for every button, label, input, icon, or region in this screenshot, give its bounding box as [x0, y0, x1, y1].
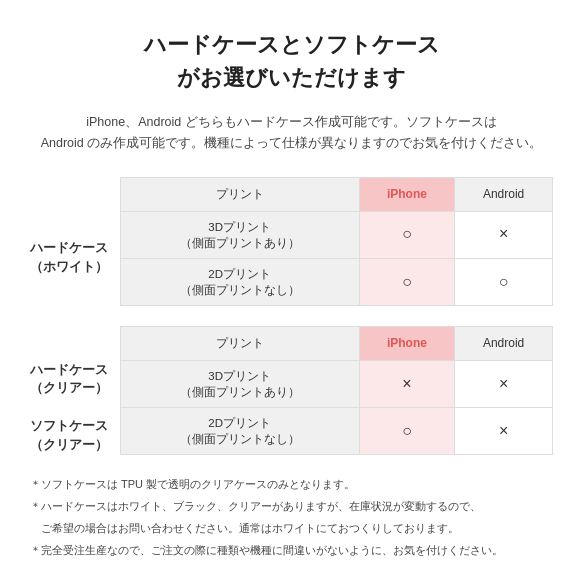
print-label-3d-1: 3Dプリント（側面プリントあり）	[120, 211, 359, 258]
row-label-hard-white: ハードケース（ホワイト）	[30, 211, 120, 305]
android-val-3d-1: ×	[455, 211, 553, 258]
col-header-android-2: Android	[455, 326, 553, 360]
col-header-iphone-1: iPhone	[359, 177, 454, 211]
note-3: ＊完全受注生産なので、ご注文の際に種類や機種に間違いがないように、お気を付けくだ…	[30, 541, 553, 561]
table-section-2: プリント iPhone Android ハードケース（クリアー）ソフトケース（ク…	[30, 326, 553, 455]
print-label-3d-2: 3Dプリント（側面プリントあり）	[120, 360, 359, 407]
note-1: ＊ソフトケースは TPU 製で透明のクリアケースのみとなります。	[30, 475, 553, 495]
android-val-2d-1: ○	[455, 258, 553, 305]
col-header-iphone-2: iPhone	[359, 326, 454, 360]
col-header-android-1: Android	[455, 177, 553, 211]
table-section-1: プリント iPhone Android ハードケース（ホワイト） 3Dプリント（…	[30, 177, 553, 306]
print-label-2d-1: 2Dプリント（側面プリントなし）	[120, 258, 359, 305]
description-text: iPhone、Android どちらもハードケース作成可能です。ソフトケースは …	[30, 112, 553, 155]
table-row: ハードケース（クリアー）ソフトケース（クリアー） 3Dプリント（側面プリントあり…	[30, 360, 553, 407]
iphone-val-2d-2: ○	[359, 408, 454, 455]
col-header-print-2: プリント	[120, 326, 359, 360]
iphone-val-3d-1: ○	[359, 211, 454, 258]
note-2b: ご希望の場合はお問い合わせください。通常はホワイトにておつくりしております。	[30, 519, 553, 539]
row-label-clear: ハードケース（クリアー）ソフトケース（クリアー）	[30, 360, 120, 454]
table-row: ハードケース（ホワイト） 3Dプリント（側面プリントあり） ○ ×	[30, 211, 553, 258]
table-clear: プリント iPhone Android ハードケース（クリアー）ソフトケース（ク…	[30, 326, 553, 455]
android-val-2d-2: ×	[455, 408, 553, 455]
table-hard-white: プリント iPhone Android ハードケース（ホワイト） 3Dプリント（…	[30, 177, 553, 306]
android-val-3d-2: ×	[455, 360, 553, 407]
iphone-val-3d-2: ×	[359, 360, 454, 407]
col-header-print-1: プリント	[120, 177, 359, 211]
notes-section: ＊ソフトケースは TPU 製で透明のクリアケースのみとなります。 ＊ハードケース…	[30, 475, 553, 560]
page-container: ハードケースとソフトケース がお選びいただけます iPhone、Android …	[0, 0, 583, 582]
iphone-val-2d-1: ○	[359, 258, 454, 305]
main-title: ハードケースとソフトケース がお選びいただけます	[30, 28, 553, 94]
note-2: ＊ハードケースはホワイト、ブラック、クリアーがありますが、在庫状況が変動するので…	[30, 497, 553, 517]
print-label-2d-2: 2Dプリント（側面プリントなし）	[120, 408, 359, 455]
